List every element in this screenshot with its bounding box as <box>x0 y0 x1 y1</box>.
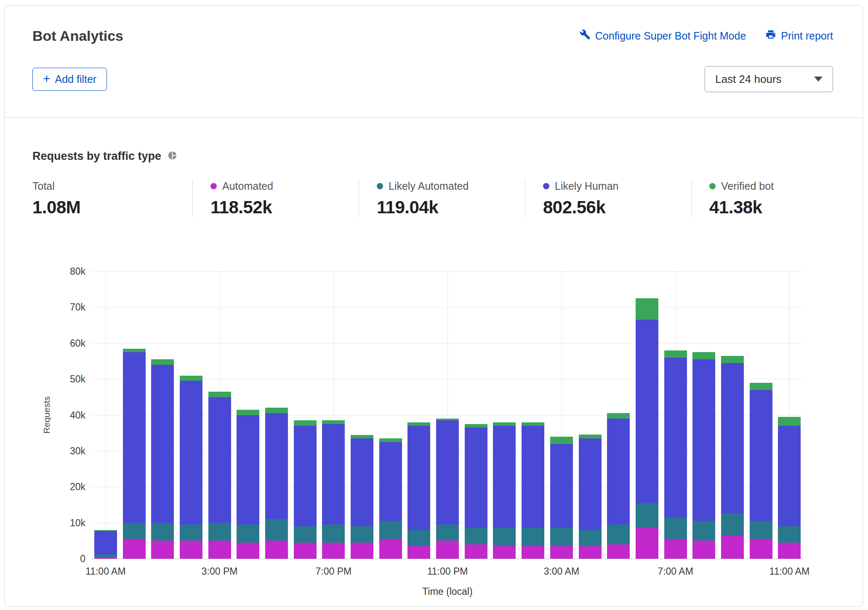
chart-bar-500PM[interactable] <box>262 271 291 559</box>
stat-automated-value: 118.52k <box>210 197 359 217</box>
segment-automated <box>322 543 345 559</box>
stat-likely-automated-label: Likely Automated <box>389 180 469 192</box>
x-tick-cell <box>490 566 519 580</box>
segment-verified-bot <box>778 417 801 426</box>
segment-likely-human <box>407 426 430 530</box>
y-tick-label: 0 <box>80 553 85 565</box>
chart-bar-1100PM[interactable] <box>433 271 462 559</box>
segment-automated <box>579 546 602 559</box>
segment-verified-bot <box>351 435 373 439</box>
x-tick-cell <box>291 566 320 580</box>
chart-bar-600AM[interactable] <box>633 271 661 559</box>
chart-bar-900PM[interactable] <box>376 271 405 559</box>
panel-header: Bot Analytics Configure Super Bot Fight … <box>5 5 863 117</box>
chart-bar-1200PM[interactable] <box>120 271 149 559</box>
likely-human-dot <box>543 183 549 189</box>
stacked-bar <box>123 349 146 559</box>
segment-likely-human <box>778 426 801 526</box>
stacked-bar <box>493 422 516 559</box>
chart-bar-300AM[interactable] <box>547 271 576 559</box>
stat-total-label: Total <box>32 180 55 192</box>
stat-likely-human-value: 802.56k <box>543 197 691 217</box>
segment-likely-human <box>721 363 744 514</box>
segment-automated <box>351 543 373 559</box>
segment-automated <box>465 544 487 559</box>
h-gridline <box>91 559 804 559</box>
segment-likely-human <box>522 426 544 528</box>
chart-bar-400AM[interactable] <box>576 271 604 559</box>
segment-verified-bot <box>123 349 146 353</box>
requests-section: Requests by traffic type Total 1.08M Aut… <box>5 118 863 607</box>
segment-verified-bot <box>493 422 516 426</box>
y-tick-label: 80k <box>70 266 85 277</box>
x-tick-cell <box>234 566 262 580</box>
stat-verified-bot-value: 41.38k <box>709 197 857 217</box>
chart-bar-200PM[interactable] <box>177 271 205 559</box>
pie-chart-icon <box>168 151 177 162</box>
segment-automated <box>522 546 544 559</box>
printer-icon <box>765 29 776 42</box>
verified-bot-dot <box>709 183 716 189</box>
x-axis-label: Time (local) <box>91 586 804 597</box>
segment-verified-bot <box>550 437 573 444</box>
segment-likely-automated <box>493 528 516 546</box>
chart-bar-900AM[interactable] <box>718 271 747 559</box>
chart-bar-1000PM[interactable] <box>405 271 434 559</box>
stacked-bar <box>436 419 459 559</box>
segment-likely-human <box>436 420 459 525</box>
configure-sbfm-link[interactable]: Configure Super Bot Fight Mode <box>580 29 746 42</box>
stat-total-value: 1.08M <box>32 197 192 217</box>
x-tick-cell <box>177 566 205 580</box>
segment-verified-bot <box>522 422 544 426</box>
chart-bar-1100AM[interactable] <box>775 271 804 559</box>
chart-bar-1200AM[interactable] <box>462 271 490 559</box>
segment-likely-human <box>322 424 345 525</box>
segment-automated <box>407 546 430 559</box>
chart-bar-800AM[interactable] <box>690 271 718 559</box>
stacked-bar <box>579 435 602 559</box>
stacked-bar <box>692 352 715 559</box>
stacked-bar <box>151 359 174 559</box>
x-tick-cell <box>718 566 747 580</box>
chart-bar-700PM[interactable] <box>320 271 348 559</box>
x-tick-cell <box>262 566 291 580</box>
chart-bar-200AM[interactable] <box>519 271 547 559</box>
segment-verified-bot <box>465 424 487 428</box>
chart-bar-300PM[interactable] <box>205 271 234 559</box>
print-report-link[interactable]: Print report <box>765 29 833 42</box>
stat-likely-automated: Likely Automated 119.04k <box>359 180 525 217</box>
chart-bar-700AM[interactable] <box>661 271 690 559</box>
segment-likely-human <box>579 438 602 530</box>
stacked-bar <box>180 376 202 559</box>
segment-verified-bot <box>237 410 259 415</box>
stacked-bar <box>778 417 801 559</box>
chart-bar-100AM[interactable] <box>490 271 519 559</box>
segment-verified-bot <box>607 413 630 419</box>
chart-bar-400PM[interactable] <box>234 271 262 559</box>
time-range-select[interactable]: Last 24 hours <box>705 66 833 92</box>
segment-likely-automated <box>721 514 744 535</box>
x-tick-cell <box>633 566 661 580</box>
y-tick-label: 50k <box>70 374 85 385</box>
y-tick-label: 40k <box>70 409 85 421</box>
segment-likely-automated <box>636 503 658 528</box>
chart-bar-500AM[interactable] <box>604 271 633 559</box>
segment-likely-automated <box>664 517 687 539</box>
add-filter-button[interactable]: + Add filter <box>32 68 107 91</box>
chart-bar-1000AM[interactable] <box>747 271 775 559</box>
segment-verified-bot <box>151 359 174 365</box>
segment-automated <box>493 546 516 559</box>
segment-verified-bot <box>692 352 715 359</box>
wrench-icon <box>580 29 591 42</box>
print-report-label: Print report <box>781 30 833 42</box>
segment-likely-automated <box>123 523 146 539</box>
stacked-bar <box>664 350 687 559</box>
segment-automated <box>750 539 772 559</box>
chart-bar-600PM[interactable] <box>291 271 320 559</box>
chart-bar-800PM[interactable] <box>348 271 376 559</box>
segment-likely-automated <box>351 526 373 542</box>
segment-likely-human <box>294 426 317 526</box>
chart-bar-1100AM[interactable] <box>91 271 120 559</box>
segment-automated <box>379 539 402 559</box>
chart-bar-100PM[interactable] <box>148 271 177 559</box>
